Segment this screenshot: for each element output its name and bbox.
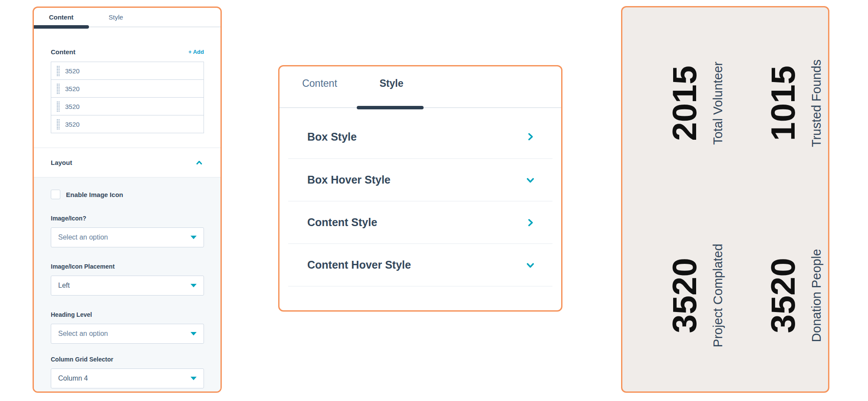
stat-number: 1015	[770, 66, 796, 141]
stat-number: 3520	[770, 258, 796, 333]
list-item[interactable]: 3520	[51, 115, 204, 133]
list-item[interactable]: 3520	[51, 62, 204, 80]
tab-content[interactable]: Content	[34, 8, 89, 26]
stats-grid: 2015 Total Volunteer 1015 Trusted Founds…	[622, 7, 828, 391]
list-item[interactable]: 3520	[51, 97, 204, 115]
stat-label: Project Complated	[712, 243, 724, 347]
active-tab-indicator	[357, 106, 424, 109]
layout-section-body: Enable Image Icon Image/Icon? Select an …	[34, 177, 220, 391]
enable-image-icon-checkbox[interactable]	[51, 190, 60, 199]
list-item-value: 3520	[65, 85, 79, 92]
stat-number: 3520	[671, 258, 698, 333]
accordion-label: Box Hover Style	[307, 174, 391, 186]
add-item-button[interactable]: + Add	[188, 49, 204, 55]
chevron-down-icon	[526, 260, 535, 270]
chevron-right-icon	[526, 132, 535, 141]
field-image-icon-placement: Image/Icon Placement Left	[51, 263, 204, 296]
tab-content-label: Content	[302, 78, 337, 89]
content-panel-body: Content + Add 3520 3520 3520 3	[34, 27, 220, 148]
stat-cell: 1015 Trusted Founds	[750, 7, 843, 200]
enable-image-icon-label: Enable Image Icon	[66, 191, 123, 198]
content-list-title: Content	[51, 48, 76, 56]
caret-down-icon	[191, 284, 197, 287]
stat-total-volunteer: 2015 Total Volunteer	[671, 62, 724, 145]
list-item-value: 3520	[65, 67, 79, 75]
caret-down-icon	[191, 236, 197, 239]
stat-cell: 3520 Project Complated	[646, 200, 750, 392]
stat-donation-people: 3520 Donation People	[770, 249, 823, 342]
accordion-content-hover-style[interactable]: Content Hover Style	[279, 244, 561, 286]
column-grid-select[interactable]: Column 4	[51, 368, 204, 388]
accordion-box-hover-style[interactable]: Box Hover Style	[279, 159, 561, 201]
tab-style[interactable]: Style	[89, 8, 143, 26]
select-value: Left	[58, 282, 70, 289]
field-image-icon: Image/Icon? Select an option	[51, 215, 204, 247]
accordion-content-style[interactable]: Content Style	[279, 201, 561, 243]
content-list-header: Content + Add	[51, 48, 204, 56]
layout-section-title: Layout	[51, 159, 72, 166]
stats-preview-panel: 2015 Total Volunteer 1015 Trusted Founds…	[621, 6, 829, 393]
active-tab-indicator	[34, 25, 89, 29]
caret-down-icon	[191, 332, 197, 335]
content-settings-panel: Content Style Content + Add 3520 3520	[33, 7, 222, 393]
stat-cell: 2015 Total Volunteer	[646, 7, 750, 200]
content-item-list: 3520 3520 3520 3520	[51, 62, 204, 133]
drag-handle-icon[interactable]	[56, 119, 60, 130]
stat-label: Donation People	[810, 249, 823, 342]
style-settings-panel: Content Style Box Style Box Hover Style …	[278, 65, 562, 312]
image-icon-placement-select[interactable]: Left	[51, 276, 204, 296]
field-heading-level: Heading Level Select an option	[51, 311, 204, 344]
chevron-down-icon	[526, 175, 535, 185]
layout-section-toggle[interactable]: Layout	[34, 148, 220, 177]
list-item-value: 3520	[65, 103, 79, 110]
select-value: Column 4	[58, 375, 88, 382]
drag-handle-icon[interactable]	[56, 66, 60, 76]
caret-down-icon	[191, 377, 197, 380]
accordion-label: Content Style	[307, 216, 377, 229]
accordion-divider	[288, 286, 552, 286]
stat-project-complated: 3520 Project Complated	[671, 243, 724, 347]
accordion-label: Box Style	[307, 131, 357, 143]
tab-content-label: Content	[49, 13, 74, 21]
field-label: Column Grid Selector	[51, 356, 204, 363]
chevron-right-icon	[526, 218, 535, 227]
image-icon-select[interactable]: Select an option	[51, 227, 204, 247]
select-value: Select an option	[58, 233, 108, 241]
list-item-value: 3520	[65, 121, 79, 128]
enable-image-icon-row: Enable Image Icon	[51, 190, 204, 199]
list-item[interactable]: 3520	[51, 79, 204, 98]
stat-cell: 3520 Donation People	[750, 200, 843, 392]
stat-trusted-founds: 1015 Trusted Founds	[770, 59, 823, 147]
content-panel-tabbar: Content Style	[34, 8, 220, 27]
stat-number: 2015	[671, 66, 698, 141]
drag-handle-icon[interactable]	[56, 83, 60, 94]
accordion-label: Content Hover Style	[307, 259, 411, 271]
stat-label: Total Volunteer	[712, 62, 724, 145]
heading-level-select[interactable]: Select an option	[51, 324, 204, 344]
stat-label: Trusted Founds	[810, 59, 823, 147]
style-panel-tabbar: Content Style	[279, 66, 561, 108]
field-label: Image/Icon Placement	[51, 263, 204, 270]
drag-handle-icon[interactable]	[56, 101, 60, 112]
select-value: Select an option	[58, 330, 108, 338]
tab-content[interactable]: Content	[293, 78, 347, 107]
field-label: Heading Level	[51, 311, 204, 319]
accordion-box-style[interactable]: Box Style	[279, 108, 561, 158]
tab-style[interactable]: Style	[359, 78, 424, 107]
field-label: Image/Icon?	[51, 215, 204, 222]
chevron-up-icon	[195, 159, 203, 167]
field-column-grid-selector: Column Grid Selector Column 4	[51, 356, 204, 388]
tab-style-label: Style	[108, 13, 123, 21]
tab-style-label: Style	[380, 78, 404, 89]
